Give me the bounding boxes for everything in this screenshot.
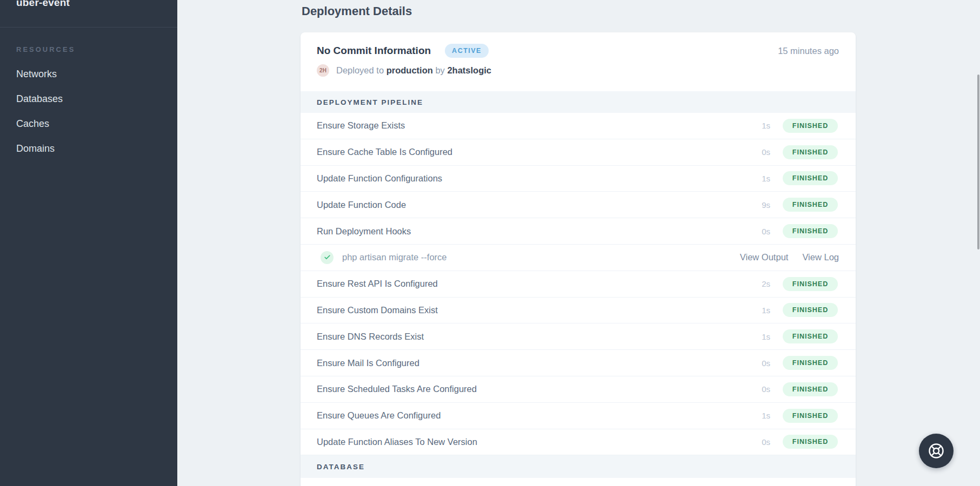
view-output-link[interactable]: View Output xyxy=(740,252,789,262)
sidebar-nav: Networks Databases Caches Domains xyxy=(0,62,177,161)
pipeline-step-row: Update Function Code 9s FINISHED xyxy=(301,192,856,218)
sidebar-item-networks[interactable]: Networks xyxy=(0,62,177,86)
deploy-prefix: Deployed to xyxy=(336,65,384,75)
deploy-line: Deployed to production by 2hatslogic xyxy=(336,65,491,76)
step-label: Ensure Scheduled Tasks Are Configured xyxy=(317,384,749,394)
database-section-label: DATABASE xyxy=(317,463,365,471)
sidebar-item-label: Caches xyxy=(16,118,49,130)
pipeline-step-row: Update Function Configurations 1s FINISH… xyxy=(301,166,856,192)
step-duration: 9s xyxy=(749,200,770,210)
step-label: Update Function Configurations xyxy=(317,173,749,184)
step-duration: 0s xyxy=(749,437,770,447)
by-word: by xyxy=(435,65,444,75)
lifebuoy-icon xyxy=(928,443,944,459)
pipeline-step-row: Ensure Queues Are Configured 1s FINISHED xyxy=(301,403,856,429)
deploy-meta-line: 2H Deployed to production by 2hatslogic xyxy=(317,64,839,77)
step-label: Ensure Rest API Is Configured xyxy=(317,279,749,289)
deployed-timestamp: 15 minutes ago xyxy=(778,46,839,56)
step-label: Ensure Custom Domains Exist xyxy=(317,305,749,315)
step-label: Ensure Queues Are Configured xyxy=(317,410,749,421)
environment-name: production xyxy=(386,65,433,75)
database-section-header: DATABASE xyxy=(301,455,856,478)
hook-command: php artisan migrate --force xyxy=(342,252,726,262)
vertical-scrollbar-thumb[interactable] xyxy=(977,75,979,249)
deployment-card-header: No Commit Information ACTIVE 15 minutes … xyxy=(301,32,856,91)
pipeline-step-row: Ensure Scheduled Tasks Are Configured 0s… xyxy=(301,376,856,403)
step-status-badge: FINISHED xyxy=(783,171,838,185)
pipeline-step-row: Ensure Mail Is Configured 0s FINISHED xyxy=(301,350,856,376)
step-status-badge: FINISHED xyxy=(783,329,838,343)
commit-title: No Commit Information xyxy=(317,45,431,57)
step-status-badge: FINISHED xyxy=(783,277,838,291)
sidebar-item-label: Databases xyxy=(16,93,63,105)
step-duration: 0s xyxy=(749,359,770,368)
sidebar-divider xyxy=(0,27,177,28)
step-label: Ensure Mail Is Configured xyxy=(317,358,749,368)
step-label: Ensure DNS Records Exist xyxy=(317,332,749,342)
main-content: Deployment Details No Commit Information… xyxy=(301,0,856,486)
step-duration: 1s xyxy=(749,121,770,130)
commit-line: No Commit Information ACTIVE 15 minutes … xyxy=(317,32,839,58)
pipeline-step-row: Run Deployment Hooks 0s FINISHED xyxy=(301,218,856,245)
pipeline-step-row: Ensure DNS Records Exist 1s FINISHED xyxy=(301,323,856,350)
card-bottom-filler xyxy=(301,478,856,486)
step-status-badge: FINISHED xyxy=(783,435,838,449)
step-duration: 0s xyxy=(749,384,770,394)
pipeline-step-row: Ensure Custom Domains Exist 1s FINISHED xyxy=(301,298,856,324)
deployment-details-screen: uber-event RESOURCES Networks Databases … xyxy=(0,0,980,486)
step-status-badge: FINISHED xyxy=(783,382,838,396)
pipeline-section-header: DEPLOYMENT PIPELINE xyxy=(301,91,856,113)
pipeline-step-row: Update Function Aliases To New Version 0… xyxy=(301,429,856,456)
deployment-hook-row: php artisan migrate --force View Output … xyxy=(301,245,856,271)
sidebar: uber-event RESOURCES Networks Databases … xyxy=(0,0,177,486)
pipeline-step-row: Ensure Cache Table Is Configured 0s FINI… xyxy=(301,139,856,166)
step-status-badge: FINISHED xyxy=(783,356,838,370)
step-duration: 0s xyxy=(749,227,770,236)
pipeline-step-row: Ensure Rest API Is Configured 2s FINISHE… xyxy=(301,271,856,298)
step-status-badge: FINISHED xyxy=(783,145,838,159)
step-duration: 1s xyxy=(749,411,770,420)
check-icon xyxy=(321,251,334,264)
sidebar-item-domains[interactable]: Domains xyxy=(0,136,177,161)
project-name[interactable]: uber-event xyxy=(16,0,70,8)
step-label: Update Function Code xyxy=(317,200,749,210)
step-duration: 1s xyxy=(749,306,770,315)
help-launcher-button[interactable] xyxy=(919,434,954,468)
resources-section-label: RESOURCES xyxy=(16,45,75,53)
step-status-badge: FINISHED xyxy=(783,409,838,423)
page-title: Deployment Details xyxy=(302,4,856,18)
sidebar-item-label: Domains xyxy=(16,143,55,154)
step-status-badge: FINISHED xyxy=(783,119,838,133)
pipeline-step-row: Ensure Storage Exists 1s FINISHED xyxy=(301,113,856,139)
pipeline-section-label: DEPLOYMENT PIPELINE xyxy=(317,98,423,106)
avatar: 2H xyxy=(317,64,329,77)
step-label: Ensure Cache Table Is Configured xyxy=(317,147,749,157)
step-status-badge: FINISHED xyxy=(783,198,838,212)
step-status-badge: FINISHED xyxy=(783,224,838,238)
step-duration: 0s xyxy=(749,147,770,157)
pipeline-steps: Ensure Storage Exists 1s FINISHED Ensure… xyxy=(301,113,856,455)
view-log-link[interactable]: View Log xyxy=(802,252,839,262)
step-status-badge: FINISHED xyxy=(783,303,838,317)
step-label: Ensure Storage Exists xyxy=(317,120,749,131)
step-duration: 2s xyxy=(749,279,770,288)
sidebar-item-label: Networks xyxy=(16,69,57,80)
status-badge: ACTIVE xyxy=(445,44,489,58)
deployment-card: No Commit Information ACTIVE 15 minutes … xyxy=(301,32,856,486)
sidebar-item-caches[interactable]: Caches xyxy=(0,111,177,136)
step-duration: 1s xyxy=(749,174,770,183)
step-duration: 1s xyxy=(749,332,770,341)
step-label: Update Function Aliases To New Version xyxy=(317,437,749,447)
author-name: 2hatslogic xyxy=(447,65,491,75)
step-label: Run Deployment Hooks xyxy=(317,226,749,237)
sidebar-item-databases[interactable]: Databases xyxy=(0,86,177,111)
